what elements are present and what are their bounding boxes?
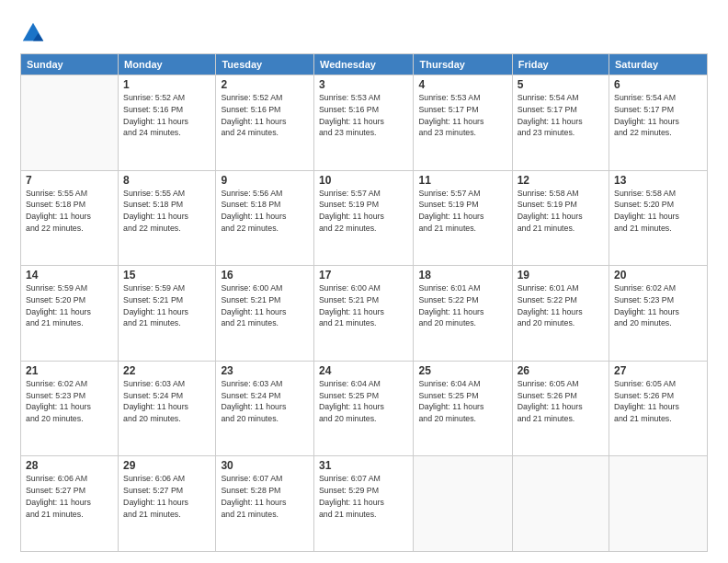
day-info: Sunrise: 6:01 AMSunset: 5:22 PMDaylight:… [418,282,506,329]
day-number: 21 [26,364,113,377]
day-info: Sunrise: 5:53 AMSunset: 5:17 PMDaylight:… [418,92,506,139]
day-info: Sunrise: 6:05 AMSunset: 5:26 PMDaylight:… [614,378,702,425]
logo [20,20,50,46]
calendar-cell: 5Sunrise: 5:54 AMSunset: 5:17 PMDaylight… [512,75,609,171]
calendar-cell: 8Sunrise: 5:55 AMSunset: 5:18 PMDaylight… [119,170,216,266]
col-header-tuesday: Tuesday [216,54,314,75]
week-row-3: 14Sunrise: 5:59 AMSunset: 5:20 PMDayligh… [21,266,708,362]
day-info: Sunrise: 5:58 AMSunset: 5:19 PMDaylight:… [518,188,604,235]
day-info: Sunrise: 5:58 AMSunset: 5:20 PMDaylight:… [614,188,702,235]
col-header-wednesday: Wednesday [313,54,414,75]
day-info: Sunrise: 5:57 AMSunset: 5:19 PMDaylight:… [418,188,506,235]
day-number: 3 [319,78,409,91]
calendar-cell: 20Sunrise: 6:02 AMSunset: 5:23 PMDayligh… [609,266,708,362]
calendar-cell: 14Sunrise: 5:59 AMSunset: 5:20 PMDayligh… [21,266,119,362]
day-number: 6 [614,78,702,91]
day-info: Sunrise: 6:07 AMSunset: 5:29 PMDaylight:… [319,473,409,520]
calendar-cell: 7Sunrise: 5:55 AMSunset: 5:18 PMDaylight… [21,170,119,266]
calendar-cell: 12Sunrise: 5:58 AMSunset: 5:19 PMDayligh… [512,170,609,266]
calendar-cell: 3Sunrise: 5:53 AMSunset: 5:16 PMDaylight… [313,75,414,171]
day-info: Sunrise: 6:04 AMSunset: 5:25 PMDaylight:… [319,378,409,425]
day-info: Sunrise: 6:02 AMSunset: 5:23 PMDaylight:… [26,378,113,425]
calendar-cell [414,456,512,552]
calendar-cell: 13Sunrise: 5:58 AMSunset: 5:20 PMDayligh… [609,170,708,266]
day-number: 9 [221,174,309,187]
calendar-cell: 6Sunrise: 5:54 AMSunset: 5:17 PMDaylight… [609,75,708,171]
calendar-cell: 2Sunrise: 5:52 AMSunset: 5:16 PMDaylight… [216,75,314,171]
calendar-cell: 17Sunrise: 6:00 AMSunset: 5:21 PMDayligh… [313,266,414,362]
week-row-2: 7Sunrise: 5:55 AMSunset: 5:18 PMDaylight… [21,170,708,266]
calendar-cell: 25Sunrise: 6:04 AMSunset: 5:25 PMDayligh… [414,361,512,456]
calendar-cell: 11Sunrise: 5:57 AMSunset: 5:19 PMDayligh… [414,170,512,266]
calendar-cell: 10Sunrise: 5:57 AMSunset: 5:19 PMDayligh… [313,170,414,266]
day-info: Sunrise: 6:03 AMSunset: 5:24 PMDaylight:… [123,378,210,425]
calendar-cell: 24Sunrise: 6:04 AMSunset: 5:25 PMDayligh… [313,361,414,456]
calendar-cell: 28Sunrise: 6:06 AMSunset: 5:27 PMDayligh… [21,456,119,552]
day-number: 5 [518,78,604,91]
day-info: Sunrise: 6:07 AMSunset: 5:28 PMDaylight:… [221,473,309,520]
col-header-thursday: Thursday [414,54,512,75]
day-info: Sunrise: 6:01 AMSunset: 5:22 PMDaylight:… [518,282,604,329]
header [20,17,708,46]
logo-icon [20,20,46,46]
day-info: Sunrise: 5:59 AMSunset: 5:21 PMDaylight:… [123,282,210,329]
day-number: 15 [123,269,210,282]
day-number: 19 [518,269,604,282]
day-info: Sunrise: 5:55 AMSunset: 5:18 PMDaylight:… [26,188,113,235]
day-number: 22 [123,364,210,377]
day-number: 17 [319,269,409,282]
col-header-friday: Friday [512,54,609,75]
day-number: 4 [418,78,506,91]
day-number: 18 [418,269,506,282]
calendar-cell: 21Sunrise: 6:02 AMSunset: 5:23 PMDayligh… [21,361,119,456]
week-row-1: 1Sunrise: 5:52 AMSunset: 5:16 PMDaylight… [21,75,708,171]
col-header-saturday: Saturday [609,54,708,75]
day-info: Sunrise: 5:55 AMSunset: 5:18 PMDaylight:… [123,188,210,235]
day-number: 31 [319,459,409,472]
calendar-cell: 27Sunrise: 6:05 AMSunset: 5:26 PMDayligh… [609,361,708,456]
day-info: Sunrise: 6:06 AMSunset: 5:27 PMDaylight:… [26,473,113,520]
calendar-cell: 22Sunrise: 6:03 AMSunset: 5:24 PMDayligh… [119,361,216,456]
day-number: 28 [26,459,113,472]
calendar-cell [609,456,708,552]
day-info: Sunrise: 6:00 AMSunset: 5:21 PMDaylight:… [319,282,409,329]
calendar-cell: 18Sunrise: 6:01 AMSunset: 5:22 PMDayligh… [414,266,512,362]
col-header-monday: Monday [119,54,216,75]
day-info: Sunrise: 6:02 AMSunset: 5:23 PMDaylight:… [614,282,702,329]
day-number: 8 [123,174,210,187]
calendar-cell: 29Sunrise: 6:06 AMSunset: 5:27 PMDayligh… [119,456,216,552]
day-number: 16 [221,269,309,282]
calendar-cell: 19Sunrise: 6:01 AMSunset: 5:22 PMDayligh… [512,266,609,362]
day-number: 24 [319,364,409,377]
day-info: Sunrise: 5:54 AMSunset: 5:17 PMDaylight:… [614,92,702,139]
calendar-cell: 4Sunrise: 5:53 AMSunset: 5:17 PMDaylight… [414,75,512,171]
calendar-cell [512,456,609,552]
day-number: 25 [418,364,506,377]
day-number: 1 [123,78,210,91]
day-info: Sunrise: 5:57 AMSunset: 5:19 PMDaylight:… [319,188,409,235]
day-info: Sunrise: 5:56 AMSunset: 5:18 PMDaylight:… [221,188,309,235]
day-number: 20 [614,269,702,282]
calendar-cell: 16Sunrise: 6:00 AMSunset: 5:21 PMDayligh… [216,266,314,362]
week-row-4: 21Sunrise: 6:02 AMSunset: 5:23 PMDayligh… [21,361,708,456]
calendar-cell: 1Sunrise: 5:52 AMSunset: 5:16 PMDaylight… [119,75,216,171]
day-number: 10 [319,174,409,187]
col-header-sunday: Sunday [21,54,119,75]
calendar-cell: 9Sunrise: 5:56 AMSunset: 5:18 PMDaylight… [216,170,314,266]
day-info: Sunrise: 5:59 AMSunset: 5:20 PMDaylight:… [26,282,113,329]
calendar-cell: 31Sunrise: 6:07 AMSunset: 5:29 PMDayligh… [313,456,414,552]
calendar-table: SundayMondayTuesdayWednesdayThursdayFrid… [20,53,708,552]
week-row-5: 28Sunrise: 6:06 AMSunset: 5:27 PMDayligh… [21,456,708,552]
calendar-cell: 23Sunrise: 6:03 AMSunset: 5:24 PMDayligh… [216,361,314,456]
day-info: Sunrise: 6:04 AMSunset: 5:25 PMDaylight:… [418,378,506,425]
day-number: 13 [614,174,702,187]
day-info: Sunrise: 5:53 AMSunset: 5:16 PMDaylight:… [319,92,409,139]
calendar-cell: 15Sunrise: 5:59 AMSunset: 5:21 PMDayligh… [119,266,216,362]
day-number: 26 [518,364,604,377]
day-info: Sunrise: 5:52 AMSunset: 5:16 PMDaylight:… [221,92,309,139]
day-number: 7 [26,174,113,187]
day-info: Sunrise: 5:54 AMSunset: 5:17 PMDaylight:… [518,92,604,139]
day-number: 30 [221,459,309,472]
day-number: 27 [614,364,702,377]
day-number: 14 [26,269,113,282]
